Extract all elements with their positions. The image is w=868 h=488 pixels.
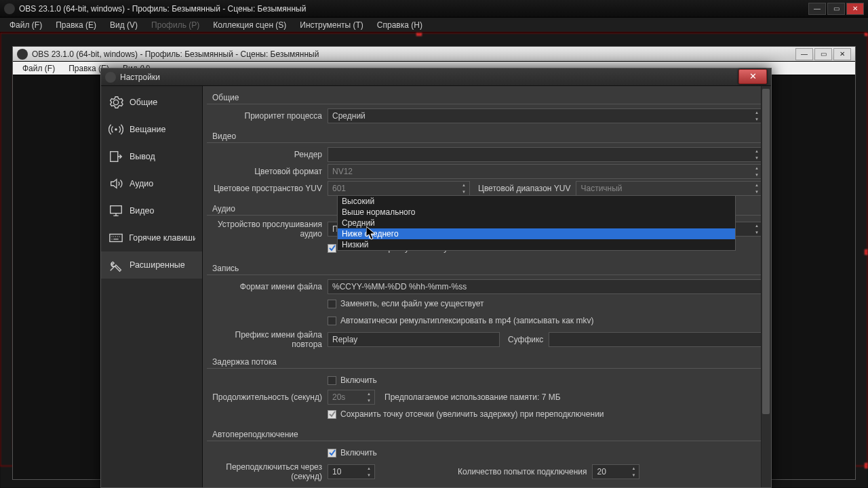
process-priority-combo[interactable]: Средний ▲▼: [328, 108, 763, 123]
combo-value: NV12: [332, 167, 353, 176]
main-titlebar: OBS 23.1.0 (64-bit, windows) - Профиль: …: [0, 0, 868, 18]
maximize-button[interactable]: ▭: [827, 3, 845, 15]
checkbox-label: Заменять, если файл уже существует: [340, 299, 484, 308]
priority-option[interactable]: Ниже среднего: [338, 228, 735, 239]
svg-rect-1: [111, 152, 118, 162]
sidebar-item-stream[interactable]: Вещание: [101, 116, 202, 143]
settings-content: Общие Приоритет процесса Средний ▲▼ Виде: [203, 86, 771, 487]
reconnect-max-spinner[interactable]: 20▲▼: [592, 464, 639, 479]
group-title: Запись: [207, 261, 763, 275]
broadcast-icon: [108, 121, 124, 138]
priority-option[interactable]: Высокий: [338, 196, 735, 207]
color-space-label: Цветовое пространство YUV: [207, 184, 328, 193]
sidebar-label: Общие: [130, 98, 157, 107]
scrollbar-thumb[interactable]: [762, 89, 770, 414]
inner-maximize-button[interactable]: ▭: [814, 48, 832, 60]
sidebar-label: Аудио: [130, 179, 153, 188]
filename-format-input[interactable]: [328, 279, 763, 294]
delay-duration-spinner[interactable]: 20s▲▼: [328, 390, 375, 405]
reconnect-enable-checkbox[interactable]: Включить: [328, 448, 377, 458]
monitor-device-label: Устройство прослушивания аудио: [207, 220, 328, 239]
checkbox-label: Включить: [340, 448, 377, 458]
dialog-title: Настройки: [120, 73, 160, 82]
spinner-value: 20: [597, 467, 606, 476]
priority-option[interactable]: Выше нормального: [338, 207, 735, 218]
minimize-button[interactable]: —: [808, 3, 826, 15]
auto-remux-checkbox[interactable]: Автоматически ремультиплексировать в mp4…: [328, 316, 593, 325]
replay-prefix-input[interactable]: [328, 332, 500, 347]
overwrite-checkbox[interactable]: Заменять, если файл уже существует: [328, 299, 484, 308]
obs-logo-icon: [105, 72, 116, 83]
group-title: Видео: [207, 129, 763, 143]
sidebar-label: Видео: [130, 206, 155, 216]
combo-value: 601: [332, 184, 346, 193]
combo-value: Средний: [332, 111, 366, 121]
dialog-titlebar: Настройки ✕: [101, 68, 771, 86]
checkbox-label: Сохранить точку отсечки (увеличить задер…: [340, 409, 604, 419]
delay-preserve-checkbox[interactable]: Сохранить точку отсечки (увеличить задер…: [328, 409, 604, 419]
sidebar-label: Горячие клавиши: [129, 233, 195, 243]
renderer-combo[interactable]: ▲▼: [328, 147, 763, 162]
reconnect-retry-spinner[interactable]: 10▲▼: [328, 464, 375, 479]
menu-tools[interactable]: Инструменты (T): [293, 19, 370, 31]
replay-prefix-label: Префикс имени файла повтора: [207, 330, 328, 349]
priority-option[interactable]: Низкий: [338, 239, 735, 250]
svg-point-0: [115, 128, 117, 131]
checkbox-label: Включить: [340, 375, 377, 385]
speaker-icon: [108, 176, 124, 192]
sidebar-item-output[interactable]: Вывод: [101, 143, 202, 170]
inner-menu-file[interactable]: Файл (F): [16, 62, 62, 75]
svg-rect-2: [111, 206, 122, 214]
delay-duration-label: Продолжительность (секунд): [207, 392, 328, 402]
priority-dropdown-list[interactable]: Высокий Выше нормального Средний Ниже ср…: [337, 195, 736, 251]
svg-rect-3: [109, 235, 121, 242]
sidebar-item-advanced[interactable]: Расширенные: [101, 251, 202, 279]
color-range-label: Цветовой диапазон YUV: [470, 184, 576, 193]
color-format-combo[interactable]: NV12▲▼: [328, 164, 763, 179]
monitor-icon: [108, 203, 124, 219]
sidebar-item-audio[interactable]: Аудио: [101, 170, 202, 197]
inner-minimize-button[interactable]: —: [795, 48, 813, 60]
replay-suffix-input[interactable]: [549, 332, 763, 347]
main-title: OBS 23.1.0 (64-bit, windows) - Профиль: …: [19, 4, 306, 14]
close-button[interactable]: ✕: [846, 3, 864, 15]
sidebar-item-video[interactable]: Видео: [101, 197, 202, 224]
group-general: Общие Приоритет процесса Средний ▲▼: [207, 90, 763, 123]
color-format-label: Цветовой формат: [207, 167, 328, 176]
menu-profile[interactable]: Профиль (P): [144, 19, 206, 31]
group-title: Общие: [207, 90, 763, 104]
menu-help[interactable]: Справка (H): [370, 19, 429, 31]
spinner-value: 10: [332, 467, 341, 476]
spinner-value: 20s: [332, 392, 345, 402]
sidebar-label: Вывод: [130, 152, 155, 161]
menu-view[interactable]: Вид (V): [103, 19, 144, 31]
color-space-combo[interactable]: 601▲▼: [328, 181, 470, 196]
settings-sidebar: Общие Вещание Вывод Аудио Видео Горячие …: [101, 86, 203, 487]
group-title: Автопереподключение: [207, 427, 763, 441]
delay-memory-label: Предполагаемое использование памяти: 7 М…: [376, 392, 566, 402]
content-scrollbar[interactable]: [761, 86, 771, 487]
group-delay: Задержка потока Включить Продолжительнос…: [207, 354, 763, 422]
inner-title: OBS 23.1.0 (64-bit, windows) - Профиль: …: [32, 49, 319, 59]
checkbox-label: Автоматически ремультиплексировать в mp4…: [340, 316, 593, 325]
inner-close-button[interactable]: ✕: [833, 48, 851, 60]
renderer-label: Рендер: [207, 150, 328, 159]
combo-value: Частичный: [580, 184, 622, 193]
filename-format-label: Формат имени файла: [207, 282, 328, 291]
menu-scene[interactable]: Коллекция сцен (S): [206, 19, 293, 31]
menu-file[interactable]: Файл (F): [3, 19, 49, 31]
gear-icon: [108, 94, 124, 110]
obs-logo-icon: [17, 49, 28, 60]
color-range-combo[interactable]: Частичный▲▼: [576, 181, 763, 196]
replay-suffix-label: Суффикс: [500, 335, 549, 344]
menu-edit[interactable]: Правка (E): [49, 19, 103, 31]
settings-dialog: Настройки ✕ Общие Вещание Вывод Аудио: [100, 68, 772, 488]
tools-icon: [108, 257, 124, 273]
sidebar-item-hotkeys[interactable]: Горячие клавиши: [101, 224, 202, 251]
sidebar-item-general[interactable]: Общие: [101, 89, 202, 116]
priority-option[interactable]: Средний: [338, 218, 735, 228]
dialog-close-button[interactable]: ✕: [738, 69, 767, 84]
reconnect-retry-label: Переподключиться через (секунд): [207, 462, 328, 481]
main-menubar: Файл (F) Правка (E) Вид (V) Профиль (P) …: [0, 18, 868, 33]
delay-enable-checkbox[interactable]: Включить: [328, 375, 377, 385]
